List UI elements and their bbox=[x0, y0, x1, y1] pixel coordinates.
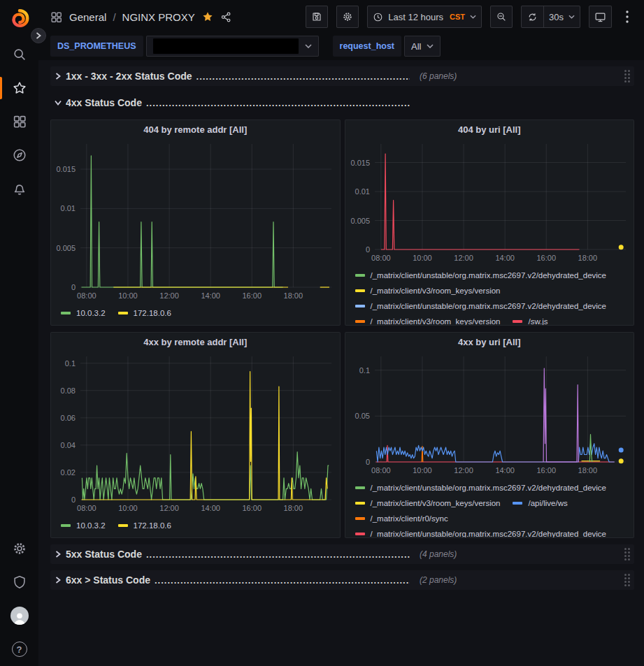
svg-text:14:00: 14:00 bbox=[201, 291, 220, 300]
panel-title[interactable]: 4xx by uri [All] bbox=[345, 333, 634, 351]
dashboard-title[interactable]: NGINX PROXY bbox=[122, 11, 195, 23]
kebab-menu-icon bbox=[626, 10, 629, 23]
panel-title[interactable]: 4xx by remote addr [All] bbox=[51, 333, 340, 351]
panel-title[interactable]: 404 by uri [All] bbox=[345, 120, 634, 138]
top-navbar: General / NGINX PROXY bbox=[38, 0, 644, 34]
refresh-button[interactable] bbox=[521, 6, 543, 28]
legend-item[interactable]: /_matrix/client/r0/sync bbox=[355, 511, 448, 526]
variable-value-ds-prometheus[interactable] bbox=[146, 36, 319, 57]
svg-text:14:00: 14:00 bbox=[495, 466, 515, 475]
variable-label-ds-prometheus[interactable]: DS_PROMETHEUS bbox=[50, 36, 143, 57]
legend-swatch bbox=[355, 502, 365, 505]
legend-swatch bbox=[355, 517, 365, 520]
chevron-right-icon bbox=[50, 551, 66, 558]
sidebar-item-help[interactable]: ? bbox=[0, 632, 38, 666]
row-header-5xx[interactable]: 5xx Status Code ........................… bbox=[50, 544, 634, 564]
sidebar-item-dashboards[interactable] bbox=[0, 105, 38, 138]
row-drag-handle[interactable] bbox=[624, 548, 630, 560]
sidebar-item-alerting[interactable] bbox=[0, 172, 38, 205]
legend-swatch bbox=[355, 274, 365, 277]
svg-text:0: 0 bbox=[71, 283, 76, 291]
row-header-4xx[interactable]: 4xx Status Code ........................… bbox=[50, 92, 634, 113]
zoom-out-time-button[interactable] bbox=[490, 6, 513, 28]
breadcrumb-section[interactable]: General bbox=[69, 11, 106, 23]
panel-title[interactable]: 404 by remote addr [All] bbox=[51, 120, 340, 138]
row-panel-count: (2 panels) bbox=[420, 575, 457, 585]
legend-item[interactable]: /_matrix/client/v3/room_keys/version bbox=[355, 495, 501, 511]
sidebar-item-profile[interactable] bbox=[0, 599, 38, 632]
help-icon: ? bbox=[12, 642, 27, 657]
legend-label: /_matrix/client/r0/sync bbox=[371, 511, 448, 526]
svg-text:16:00: 16:00 bbox=[242, 504, 262, 512]
favorite-star-icon[interactable] bbox=[201, 10, 214, 23]
sidebar-item-configuration[interactable] bbox=[0, 532, 38, 565]
svg-text:0.015: 0.015 bbox=[56, 165, 76, 173]
variable-label-request-host[interactable]: request_host bbox=[333, 36, 402, 57]
chevron-right-icon bbox=[36, 32, 41, 39]
timeseries-plot[interactable]: 00.0050.010.01508:0010:0012:0014:0016:00… bbox=[345, 138, 634, 265]
sidebar-expand-button[interactable] bbox=[31, 28, 46, 43]
timezone-label: CST bbox=[450, 13, 465, 21]
breadcrumb-separator: / bbox=[113, 11, 115, 23]
panel-4xx-by-remote-addr: 4xx by remote addr [All] 00.020.040.060.… bbox=[50, 332, 341, 538]
legend-item[interactable]: /_matrix/client/unstable/org.matrix.msc2… bbox=[355, 526, 607, 537]
refresh-interval-select[interactable]: 30s bbox=[543, 6, 580, 28]
timeseries-plot[interactable]: 00.0050.010.01508:0010:0012:0014:0016:00… bbox=[51, 138, 340, 303]
svg-text:0.01: 0.01 bbox=[355, 187, 369, 196]
legend-item[interactable]: /sw.js bbox=[513, 314, 548, 325]
svg-text:16:00: 16:00 bbox=[536, 466, 556, 475]
legend-label: /_matrix/client/unstable/org.matrix.msc2… bbox=[371, 298, 607, 314]
legend-item[interactable]: /_matrix/client/unstable/org.matrix.msc2… bbox=[355, 268, 607, 283]
legend-item[interactable]: /_matrix/client/v3/room_keys/version bbox=[355, 314, 501, 325]
svg-text:0.1: 0.1 bbox=[65, 359, 76, 368]
redacted-value bbox=[153, 38, 299, 54]
variable-value-request-host[interactable]: All bbox=[404, 36, 441, 57]
more-options-button[interactable] bbox=[620, 6, 634, 28]
svg-text:18:00: 18:00 bbox=[284, 291, 303, 300]
row-leader-dots: ........................................… bbox=[155, 575, 410, 586]
svg-text:10:00: 10:00 bbox=[118, 291, 138, 300]
apps-grid-icon bbox=[12, 114, 27, 129]
legend-item[interactable]: 172.18.0.6 bbox=[118, 518, 171, 533]
legend-item[interactable]: 10.0.3.2 bbox=[61, 305, 106, 321]
time-range-picker[interactable]: Last 12 hours CST bbox=[367, 6, 482, 28]
share-icon[interactable] bbox=[220, 11, 232, 23]
save-dashboard-button[interactable] bbox=[306, 6, 328, 28]
legend-item[interactable]: /api/live/ws bbox=[513, 495, 567, 511]
timeseries-plot[interactable]: 00.020.040.060.080.108:0010:0012:0014:00… bbox=[51, 351, 340, 515]
cycle-view-mode-button[interactable] bbox=[589, 6, 612, 28]
panel-grid: 404 by remote addr [All] 00.0050.010.015… bbox=[50, 120, 634, 538]
refresh-group: 30s bbox=[521, 6, 580, 28]
row-drag-handle[interactable] bbox=[624, 70, 630, 82]
legend-item[interactable]: /_matrix/client/v3/room_keys/version bbox=[355, 283, 501, 298]
legend-swatch bbox=[61, 524, 71, 527]
compass-icon bbox=[12, 147, 27, 163]
row-header-1xx-3xx-2xx[interactable]: 1xx - 3xx - 2xx Status Code ............… bbox=[50, 66, 634, 86]
row-header-6xx[interactable]: 6xx > Status Code ......................… bbox=[50, 570, 634, 590]
legend-item[interactable]: 10.0.3.2 bbox=[61, 518, 106, 533]
svg-text:0.1: 0.1 bbox=[359, 366, 369, 375]
legend-item[interactable]: /_matrix/client/unstable/org.matrix.msc2… bbox=[355, 480, 607, 495]
sidebar-item-starred[interactable] bbox=[0, 71, 38, 105]
legend-swatch bbox=[355, 320, 365, 323]
gear-icon bbox=[342, 11, 353, 22]
legend-swatch bbox=[355, 289, 365, 292]
sidebar-item-explore[interactable] bbox=[0, 138, 38, 172]
svg-text:0: 0 bbox=[365, 245, 369, 254]
legend-label: /_matrix/client/v3/room_keys/version bbox=[371, 283, 501, 298]
row-drag-handle[interactable] bbox=[624, 574, 630, 586]
legend-label: /_matrix/client/unstable/org.matrix.msc2… bbox=[371, 268, 607, 283]
dashboard-settings-button[interactable] bbox=[336, 6, 359, 28]
timeseries-plot[interactable]: 00.050.108:0010:0012:0014:0016:0018:00 bbox=[345, 351, 634, 477]
svg-text:10:00: 10:00 bbox=[413, 254, 432, 262]
sidebar-item-server-admin[interactable] bbox=[0, 565, 38, 599]
legend-label: 172.18.0.6 bbox=[134, 309, 171, 317]
legend-item[interactable]: /_matrix/client/unstable/org.matrix.msc2… bbox=[355, 298, 607, 314]
sidebar-item-search[interactable] bbox=[0, 38, 38, 71]
row-title: 5xx Status Code bbox=[66, 549, 142, 560]
chevron-down-icon bbox=[470, 15, 476, 19]
row-panel-count: (6 panels) bbox=[420, 71, 457, 81]
refresh-icon bbox=[527, 12, 538, 22]
legend-item[interactable]: 172.18.0.6 bbox=[118, 305, 171, 321]
user-avatar bbox=[10, 607, 29, 625]
